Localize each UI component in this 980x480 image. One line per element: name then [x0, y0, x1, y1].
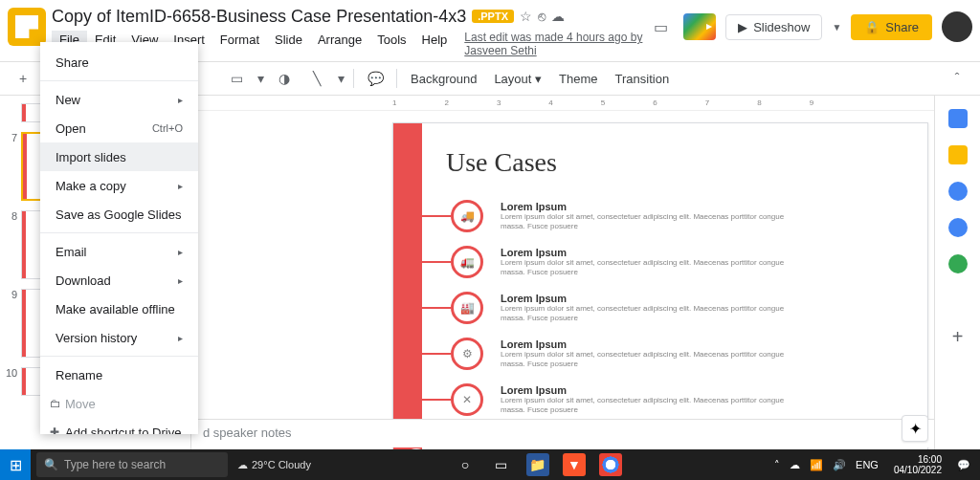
tools-icon: ✕	[451, 383, 483, 416]
truck-icon: 🚚	[451, 200, 483, 232]
drive-shortcut-icon: ✚	[50, 425, 65, 434]
file-share[interactable]: Share	[40, 48, 198, 76]
wifi-icon[interactable]: 📶	[810, 459, 823, 471]
present-icon: ▶	[738, 20, 747, 34]
calendar-icon[interactable]	[948, 109, 968, 128]
file-email[interactable]: Email▸	[40, 237, 198, 266]
task-view-icon[interactable]: ▭	[490, 453, 513, 476]
tasks-icon[interactable]	[948, 182, 968, 201]
file-import-slides[interactable]: Import slides	[40, 142, 198, 171]
language-indicator[interactable]: ENG	[856, 459, 879, 470]
maps-icon[interactable]	[948, 254, 968, 273]
file-rename[interactable]: Rename	[40, 360, 198, 389]
tray-chevron-icon[interactable]: ˄	[774, 459, 780, 471]
file-move: 🗀Move	[40, 389, 198, 418]
menu-format[interactable]: Format	[212, 31, 267, 50]
select-dropdown[interactable]: ▾	[254, 65, 267, 92]
contacts-icon[interactable]	[948, 218, 968, 237]
file-download[interactable]: Download▸	[40, 266, 198, 295]
chrome-icon[interactable]	[599, 453, 622, 476]
chevron-right-icon: ▸	[178, 247, 183, 257]
slides-logo-icon[interactable]	[8, 8, 46, 46]
menu-slide[interactable]: Slide	[267, 31, 310, 50]
file-menu-dropdown: Share New▸ OpenCtrl+O Import slides Make…	[40, 42, 198, 434]
windows-taskbar: ⊞ 🔍Type here to search ☁ 29°C Cloudy ○ ▭…	[0, 449, 980, 480]
menu-arrange[interactable]: Arrange	[310, 31, 369, 50]
menu-tools[interactable]: Tools	[369, 31, 413, 50]
star-icon[interactable]: ☆	[520, 9, 532, 24]
ruler: 123456789	[191, 96, 934, 111]
side-panel: +	[934, 96, 980, 449]
search-icon: 🔍	[44, 458, 58, 471]
shape-tool[interactable]: ◑	[269, 65, 300, 92]
canvas[interactable]: 123456789 Use Cases 🚚Lorem IpsumLorem ip…	[191, 96, 934, 449]
layout-button[interactable]: Layout ▾	[486, 72, 549, 86]
factory-icon: 🏭	[451, 292, 483, 324]
folder-icon: 🗀	[50, 397, 65, 410]
doc-title[interactable]: Copy of ItemID-6658-Business Case Presen…	[52, 7, 466, 27]
taskbar-search[interactable]: 🔍Type here to search	[36, 452, 228, 477]
onedrive-icon[interactable]: ☁	[790, 459, 800, 471]
slide-title[interactable]: Use Cases	[446, 147, 557, 178]
keep-icon[interactable]	[948, 145, 968, 164]
meet-button[interactable]	[683, 13, 716, 40]
line-dropdown[interactable]: ▾	[334, 65, 347, 92]
file-new[interactable]: New▸	[40, 85, 198, 114]
thumb-num: 10	[6, 367, 17, 379]
background-button[interactable]: Background	[403, 72, 484, 86]
share-button[interactable]: 🔒Share	[851, 14, 932, 40]
lock-icon: 🔒	[864, 20, 880, 34]
move-icon[interactable]: ⎋	[538, 9, 546, 24]
thumb-num: 7	[6, 132, 17, 143]
select-tool[interactable]: ▭	[221, 65, 252, 92]
file-version-history[interactable]: Version history▸	[40, 323, 198, 352]
chevron-right-icon: ▸	[178, 181, 183, 191]
account-avatar[interactable]	[942, 11, 972, 42]
slideshow-button[interactable]: ▶Slideshow	[725, 14, 822, 40]
notifications-icon[interactable]: 💬	[957, 459, 970, 471]
explorer-icon[interactable]: 📁	[526, 453, 549, 476]
pptx-badge: .PPTX	[472, 10, 514, 23]
brave-icon[interactable]: ▼	[563, 453, 586, 476]
gear-icon: ⚙	[451, 338, 483, 370]
file-add-shortcut[interactable]: ✚Add shortcut to Drive	[40, 418, 198, 434]
comment-button[interactable]: 💬	[360, 65, 390, 92]
file-make-copy[interactable]: Make a copy▸	[40, 171, 198, 200]
slide-canvas[interactable]: Use Cases 🚚Lorem IpsumLorem ipsum dolor …	[392, 122, 928, 449]
clock[interactable]: 16:0004/10/2022	[888, 454, 947, 475]
transition-button[interactable]: Transition	[608, 72, 678, 86]
start-button[interactable]: ⊞	[0, 449, 31, 480]
cortana-icon[interactable]: ○	[454, 453, 477, 476]
explore-button[interactable]: ✦	[902, 415, 928, 442]
chevron-right-icon: ▸	[178, 95, 183, 105]
speaker-notes[interactable]: d speaker notes	[191, 419, 934, 447]
line-tool[interactable]: ╲	[301, 65, 332, 92]
last-edit-link[interactable]: Last edit was made 4 hours ago by Jasvee…	[464, 31, 647, 50]
collapse-toolbar-icon[interactable]: ˆ	[942, 65, 972, 92]
volume-icon[interactable]: 🔊	[833, 459, 846, 471]
file-open[interactable]: OpenCtrl+O	[40, 114, 198, 142]
comments-icon[interactable]: ▭	[647, 13, 674, 40]
file-save-as-slides[interactable]: Save as Google Slides	[40, 200, 198, 229]
thumb-num: 8	[6, 210, 17, 222]
theme-button[interactable]: Theme	[551, 72, 605, 86]
file-offline[interactable]: Make available offline	[40, 295, 198, 323]
delivery-icon: 🚛	[451, 246, 483, 278]
thumb-num: 9	[6, 289, 17, 300]
chevron-right-icon: ▸	[178, 333, 183, 343]
new-slide-button[interactable]: +	[8, 65, 38, 92]
weather-widget[interactable]: ☁ 29°C Cloudy	[237, 459, 311, 471]
cloud-status-icon[interactable]: ☁	[551, 9, 565, 24]
add-addon-icon[interactable]: +	[948, 327, 968, 346]
menu-help[interactable]: Help	[414, 31, 456, 50]
chevron-right-icon: ▸	[178, 275, 183, 286]
